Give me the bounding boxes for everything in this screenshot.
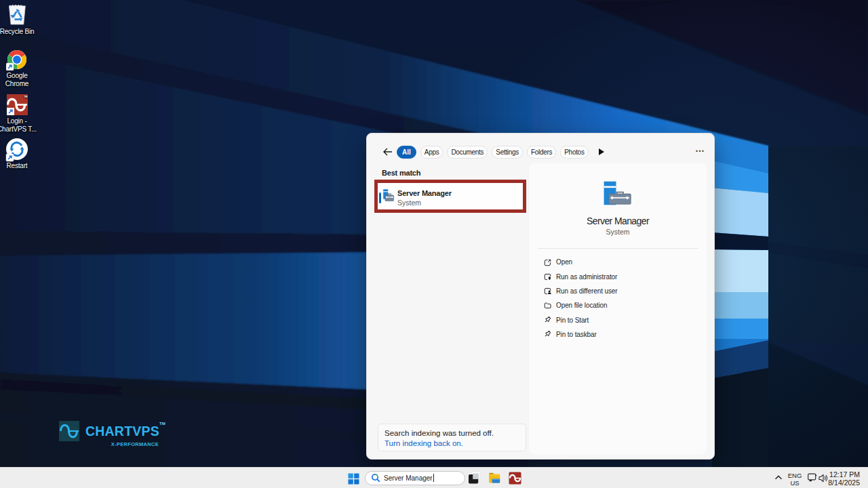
svg-text:X-PERFORMANCE: X-PERFORMANCE — [111, 441, 159, 447]
svg-text:TM: TM — [159, 422, 165, 426]
svg-text:TM: TM — [24, 96, 27, 98]
svg-text:CHARTVPS: CHARTVPS — [85, 424, 159, 439]
